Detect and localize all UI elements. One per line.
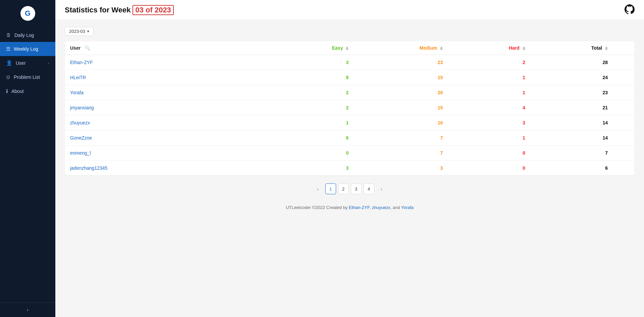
col-medium-label: Medium xyxy=(420,45,437,51)
cell-medium: 15 xyxy=(375,100,470,115)
col-total-label: Total xyxy=(591,45,602,51)
sidebar-collapse-button[interactable]: ‹ xyxy=(0,302,55,317)
sidebar-item-user[interactable]: 👤 User › xyxy=(0,56,55,70)
col-hard-label: Hard xyxy=(509,45,520,51)
cell-total: 24 xyxy=(552,70,635,85)
table-row: jmyanxiang 2 15 4 21 xyxy=(65,100,635,115)
github-icon xyxy=(625,4,635,14)
cell-easy: 2 xyxy=(293,85,376,100)
cell-easy: 1 xyxy=(293,115,376,130)
cell-total: 28 xyxy=(552,55,635,70)
pagination-page-4[interactable]: 4 xyxy=(364,183,374,194)
cell-user[interactable]: jmyanxiang xyxy=(65,100,293,115)
cell-total: 7 xyxy=(552,146,635,161)
footer-link-yorafa[interactable]: Yorafa xyxy=(401,205,414,210)
cell-medium: 10 xyxy=(375,115,470,130)
cell-easy: 0 xyxy=(293,146,376,161)
sidebar-logo: G xyxy=(0,0,55,27)
main-content: Statistics for Week 03 of 2023 2023-03 ▾… xyxy=(55,0,644,317)
sort-icon-medium[interactable] xyxy=(440,47,443,50)
list-icon: ⊙ xyxy=(6,74,10,80)
chevron-down-icon: ▾ xyxy=(87,29,89,34)
chevron-right-icon: › xyxy=(48,61,49,65)
table-row: Ethan-ZYF 3 23 2 28 xyxy=(65,55,635,70)
github-link[interactable] xyxy=(625,4,635,16)
week-selector-value: 2023-03 xyxy=(69,29,85,34)
content-area: 2023-03 ▾ User 🔍 Easy xyxy=(55,20,644,317)
table-row: jadenzhang12345 3 3 0 6 xyxy=(65,161,635,176)
top-bar: Statistics for Week 03 of 2023 xyxy=(55,0,644,20)
cell-medium: 23 xyxy=(375,55,470,70)
pagination-next[interactable]: › xyxy=(376,183,387,194)
cell-user[interactable]: jadenzhang12345 xyxy=(65,161,293,176)
week-selector[interactable]: 2023-03 ▾ xyxy=(65,27,94,36)
table-row: HLeiTR 8 15 1 24 xyxy=(65,70,635,85)
cell-easy: 3 xyxy=(293,161,376,176)
cell-user[interactable]: HLeiTR xyxy=(65,70,293,85)
table-body: Ethan-ZYF 3 23 2 28 HLeiTR 8 15 1 24 Yor… xyxy=(65,55,635,176)
sidebar: G 🗓 Daily Log ☰ Weekly Log 👤 User › ⊙ Pr… xyxy=(0,0,55,317)
weekly-icon: ☰ xyxy=(6,46,10,52)
table-row: enmeng_l 0 7 0 7 xyxy=(65,146,635,161)
cell-medium: 20 xyxy=(375,85,470,100)
pagination-prev[interactable]: ‹ xyxy=(313,183,323,194)
cell-total: 23 xyxy=(552,85,635,100)
sort-icon-hard[interactable] xyxy=(523,47,525,50)
cell-hard: 1 xyxy=(470,130,552,146)
cell-easy: 8 xyxy=(293,70,376,85)
pagination: ‹ 1 2 3 4 › xyxy=(65,175,635,198)
footer-link-zhuyuezx[interactable]: zhuyuezx xyxy=(372,205,390,210)
table-row: zhuyuezx 1 10 3 14 xyxy=(65,115,635,130)
col-header-medium: Medium xyxy=(375,41,470,55)
cell-user[interactable]: enmeng_l xyxy=(65,146,293,161)
sidebar-item-label: About xyxy=(11,89,24,94)
cell-total: 14 xyxy=(552,130,635,146)
cell-easy: 3 xyxy=(293,55,376,70)
cell-user[interactable]: GoneZzoe xyxy=(65,130,293,146)
sidebar-item-about[interactable]: ℹ About xyxy=(0,84,55,98)
sort-icon-total[interactable] xyxy=(605,47,608,50)
sidebar-item-label: User xyxy=(16,60,26,66)
week-highlight: 03 of 2023 xyxy=(132,5,173,15)
cell-total: 6 xyxy=(552,161,635,176)
sidebar-item-problem-list[interactable]: ⊙ Problem List xyxy=(0,70,55,84)
cell-hard: 1 xyxy=(470,85,552,100)
cell-medium: 7 xyxy=(375,130,470,146)
table-row: GoneZzoe 6 7 1 14 xyxy=(65,130,635,146)
pagination-page-2[interactable]: 2 xyxy=(338,183,349,194)
sidebar-item-label: Problem List xyxy=(14,74,40,80)
cell-medium: 7 xyxy=(375,146,470,161)
info-icon: ℹ xyxy=(6,88,8,94)
logo-icon: G xyxy=(25,9,31,18)
cell-total: 21 xyxy=(552,100,635,115)
sidebar-item-weekly-log[interactable]: ☰ Weekly Log xyxy=(0,42,55,56)
search-icon[interactable]: 🔍 xyxy=(85,45,90,51)
pagination-page-1[interactable]: 1 xyxy=(325,183,336,194)
sidebar-nav: 🗓 Daily Log ☰ Weekly Log 👤 User › ⊙ Prob… xyxy=(0,27,55,302)
cell-user[interactable]: Yorafa xyxy=(65,85,293,100)
pagination-page-3[interactable]: 3 xyxy=(351,183,362,194)
col-easy-label: Easy xyxy=(332,45,343,51)
cell-total: 14 xyxy=(552,115,635,130)
calendar-icon: 🗓 xyxy=(6,32,11,38)
cell-easy: 6 xyxy=(293,130,376,146)
col-header-hard: Hard xyxy=(470,41,552,55)
cell-hard: 2 xyxy=(470,55,552,70)
sort-icon-easy[interactable] xyxy=(346,47,348,50)
cell-medium: 3 xyxy=(375,161,470,176)
col-header-easy: Easy xyxy=(293,41,376,55)
col-header-total: Total xyxy=(552,41,635,55)
logo-circle[interactable]: G xyxy=(20,6,35,21)
stats-table-wrap: User 🔍 Easy Medium xyxy=(65,41,635,175)
cell-easy: 2 xyxy=(293,100,376,115)
cell-hard: 0 xyxy=(470,146,552,161)
cell-user[interactable]: zhuyuezx xyxy=(65,115,293,130)
sidebar-item-label: Weekly Log xyxy=(14,46,38,52)
table-row: Yorafa 2 20 1 23 xyxy=(65,85,635,100)
footer-link-ethan[interactable]: Ethan-ZYF xyxy=(349,205,369,210)
cell-user[interactable]: Ethan-ZYF xyxy=(65,55,293,70)
footer: UTLeetcoder ©2022 Created by Ethan-ZYF, … xyxy=(65,198,635,215)
user-icon: 👤 xyxy=(6,60,12,66)
footer-sep-2: , and xyxy=(390,205,401,210)
sidebar-item-daily-log[interactable]: 🗓 Daily Log xyxy=(0,28,55,42)
